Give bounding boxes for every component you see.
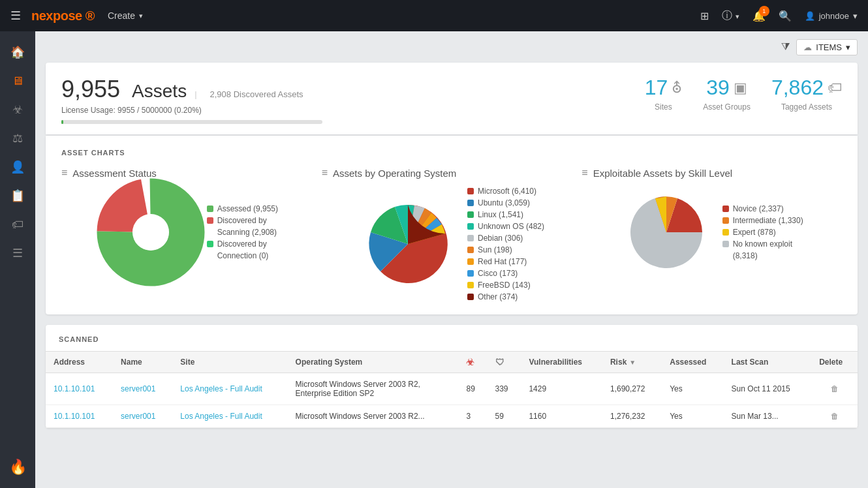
- site-link[interactable]: Los Angeles - Full Audit: [180, 412, 262, 421]
- search-icon[interactable]: 🔍: [779, 10, 792, 22]
- content-topbar: ⧩ ☁ ITEMS ▾: [35, 31, 868, 63]
- sidebar: 🏠 🖥 ☣ ⚖ 👤 📋 🏷 ☰ 🔥: [0, 31, 35, 488]
- transparent-dot2: [207, 252, 213, 259]
- assessed-color: [207, 206, 213, 212]
- exploitable-menu-icon[interactable]: ≡: [581, 167, 587, 179]
- sites-icon: ⛢: [672, 80, 682, 97]
- sidebar-item-administration[interactable]: 📋: [5, 183, 31, 209]
- assets-count-number: 9,955: [61, 76, 120, 102]
- user-icon: 👤: [805, 11, 815, 21]
- charts-row: ≡ Assessment Status: [61, 167, 842, 301]
- license-progress-fill: [61, 120, 63, 124]
- assessment-chart: ≡ Assessment Status: [61, 167, 322, 301]
- legend-assessed: Assessed (9,955): [207, 204, 278, 213]
- license-progress-bar: [61, 120, 322, 124]
- name-link[interactable]: server001: [121, 412, 155, 421]
- sidebar-item-home[interactable]: 🏠: [5, 39, 31, 65]
- legend-other: Other (374): [467, 292, 544, 301]
- tagged-icon: 🏷: [828, 80, 842, 97]
- sidebar-item-assets[interactable]: 🖥: [5, 68, 31, 94]
- legend-microsoft: Microsoft (6,410): [467, 187, 544, 196]
- legend-scanning-sub: Scanning (2,908): [207, 228, 278, 237]
- cell-os: Microsoft Windows Server 2003 R2...: [288, 405, 459, 428]
- charts-title: ASSET CHARTS: [61, 149, 842, 157]
- app-logo: nexpose ®: [31, 8, 95, 23]
- assets-title-area: 9,955 Assets | 2,908 Discovered Assets L…: [61, 76, 322, 124]
- connection-color: [207, 241, 213, 247]
- tagged-label: Tagged Assets: [771, 102, 842, 112]
- assessment-title: Assessment Status: [72, 168, 156, 179]
- col-delete: Delete: [811, 352, 858, 373]
- user-menu[interactable]: 👤 johndoe ▾: [805, 11, 858, 21]
- charts-card: ASSET CHARTS ≡ Assessment Status: [46, 136, 858, 314]
- help-icon[interactable]: ⓘ ▾: [722, 9, 739, 23]
- address-link[interactable]: 10.1.10.101: [54, 384, 95, 393]
- cell-delete[interactable]: 🗑: [811, 405, 858, 428]
- name-link[interactable]: server001: [121, 384, 155, 393]
- exploitable-chart-header: ≡ Exploitable Assets by Skill Level: [581, 167, 842, 179]
- transparent-dot: [207, 229, 213, 236]
- legend-intermediate: Intermediate (1,330): [722, 216, 803, 225]
- groups-count: 39: [706, 76, 730, 100]
- os-pie-wrap: Microsoft (6,410) Ubuntu (3,059) Linux (…: [359, 187, 544, 301]
- filter-icon[interactable]: ⧩: [781, 41, 790, 53]
- sidebar-logo-bottom[interactable]: 🔥: [5, 454, 31, 480]
- sidebar-item-tags[interactable]: 🏷: [5, 211, 31, 237]
- exploitable-pie-wrap: Novice (2,337) Intermediate (1,330) Expe…: [621, 187, 803, 278]
- cell-assessed: Yes: [662, 405, 723, 428]
- cell-vulnerabilities: 1429: [521, 373, 602, 405]
- os-legend: Microsoft (6,410) Ubuntu (3,059) Linux (…: [467, 187, 544, 301]
- legend-redhat: Red Hat (177): [467, 257, 544, 266]
- cell-vuln1: 89: [458, 373, 487, 405]
- legend-connection: Discovered by: [207, 239, 278, 249]
- sidebar-item-vulnerabilities[interactable]: ☣: [5, 97, 31, 123]
- os-chart-header: ≡ Assets by Operating System: [322, 167, 582, 179]
- cell-last-scan: Sun Mar 13...: [724, 405, 812, 428]
- cell-vuln1: 3: [458, 405, 487, 428]
- site-link[interactable]: Los Angeles - Full Audit: [180, 384, 262, 393]
- table-header: Address Name Site Operating System ☣ 🛡 V…: [46, 352, 858, 373]
- tagged-stat: 7,862 🏷 Tagged Assets: [771, 76, 842, 112]
- scanned-title: SCANNED: [46, 335, 858, 351]
- cell-last-scan: Sun Oct 11 2015: [724, 373, 812, 405]
- col-site: Site: [172, 352, 287, 373]
- cell-delete[interactable]: 🗑: [811, 373, 858, 405]
- sidebar-item-list[interactable]: ☰: [5, 240, 31, 266]
- exploitable-title: Exploitable Assets by Skill Level: [593, 168, 732, 179]
- assessment-legend: Assessed (9,955) Discovered by Scanning …: [207, 204, 278, 260]
- col-name: Name: [113, 352, 172, 373]
- sidebar-item-policies[interactable]: ⚖: [5, 125, 31, 151]
- assessment-chart-header: ≡ Assessment Status: [61, 167, 322, 179]
- col-vulnerabilities: Vulnerabilities: [521, 352, 602, 373]
- cell-risk: 1,690,272: [602, 373, 662, 405]
- create-button[interactable]: Create ▾: [108, 10, 143, 21]
- items-label: ITEMS: [816, 42, 842, 52]
- cell-os: Microsoft Windows Server 2003 R2,Enterpr…: [288, 373, 459, 405]
- app-name: nexpose: [31, 8, 82, 23]
- items-chevron-icon: ▾: [846, 42, 850, 52]
- table-body: 10.1.10.101 server001 Los Angeles - Full…: [46, 373, 858, 428]
- assessment-menu-icon[interactable]: ≡: [61, 167, 67, 179]
- groups-label: Asset Groups: [703, 102, 751, 112]
- assets-header-card: 9,955 Assets | 2,908 Discovered Assets L…: [46, 63, 858, 134]
- scanning-color: [207, 217, 213, 224]
- cloud-icon: ☁: [803, 42, 812, 52]
- grid-icon[interactable]: ⊞: [700, 10, 709, 22]
- hamburger-icon[interactable]: ☰: [10, 8, 21, 23]
- cell-address: 10.1.10.101: [46, 405, 113, 428]
- sites-label: Sites: [645, 102, 683, 112]
- col-vuln-icon1: ☣: [458, 352, 487, 373]
- address-link[interactable]: 10.1.10.101: [54, 412, 95, 421]
- legend-no-exploit: No known exploit: [722, 239, 803, 249]
- notification-icon[interactable]: 🔔 1: [752, 10, 766, 22]
- assessment-pie-wrap: Assessed (9,955) Discovered by Scanning …: [105, 187, 278, 278]
- os-menu-icon[interactable]: ≡: [322, 167, 328, 179]
- legend-no-exploit-count: (8,318): [722, 251, 803, 260]
- os-chart: ≡ Assets by Operating System: [322, 167, 582, 301]
- items-button[interactable]: ☁ ITEMS ▾: [796, 39, 858, 55]
- sidebar-item-reports[interactable]: 👤: [5, 154, 31, 180]
- legend-scanning: Discovered by: [207, 216, 278, 225]
- col-risk[interactable]: Risk ▼: [602, 352, 662, 373]
- assets-discovered: 2,908 Discovered Assets: [210, 89, 303, 99]
- user-chevron-icon: ▾: [853, 11, 858, 21]
